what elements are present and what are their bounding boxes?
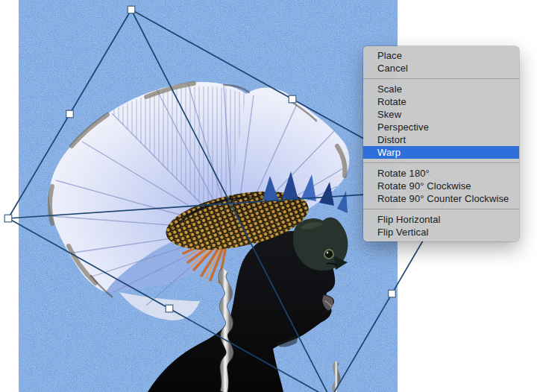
menu-item-perspective[interactable]: Perspective — [363, 121, 519, 133]
menu-item-scale[interactable]: Scale — [363, 83, 519, 95]
menu-separator — [363, 209, 519, 209]
menu-item-distort[interactable]: Distort — [363, 133, 519, 146]
photoshop-workspace: Place Cancel Scale Rotate Skew Perspecti… — [0, 0, 537, 392]
menu-item-place[interactable]: Place — [363, 49, 519, 62]
menu-item-flip-horizontal[interactable]: Flip Horizontal — [363, 213, 519, 226]
transform-handle-topleft-mid[interactable] — [66, 110, 74, 118]
menu-item-warp[interactable]: Warp — [363, 146, 519, 159]
transform-handle-bottomleft-mid[interactable] — [166, 305, 173, 312]
transform-handle-topright-mid[interactable] — [289, 95, 296, 103]
menu-separator — [363, 78, 519, 79]
menu-item-rotate-90-ccw[interactable]: Rotate 90° Counter Clockwise — [363, 192, 519, 205]
menu-item-rotate-90-cw[interactable]: Rotate 90° Clockwise — [363, 180, 519, 192]
transform-context-menu: Place Cancel Scale Rotate Skew Perspecti… — [363, 46, 519, 241]
menu-item-flip-vertical[interactable]: Flip Vertical — [363, 226, 519, 238]
transform-handle-left-corner[interactable] — [4, 215, 12, 222]
menu-item-rotate[interactable]: Rotate — [363, 95, 519, 108]
menu-item-cancel[interactable]: Cancel — [363, 62, 519, 75]
transform-handle-top-corner[interactable] — [128, 6, 135, 13]
transform-handle-bottomright-mid[interactable] — [389, 290, 396, 297]
menu-separator — [363, 162, 519, 163]
menu-item-skew[interactable]: Skew — [363, 108, 519, 121]
menu-item-rotate-180[interactable]: Rotate 180° — [363, 167, 519, 180]
